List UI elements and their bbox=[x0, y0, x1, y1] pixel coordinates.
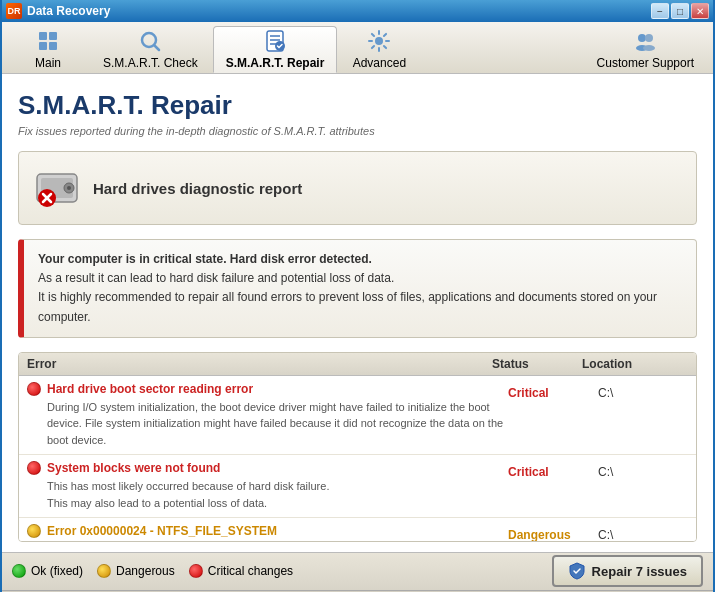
legend-label-critical: Critical changes bbox=[208, 564, 293, 578]
error-title-row-2: System blocks were not found bbox=[27, 461, 508, 475]
legend-critical: Critical changes bbox=[189, 564, 293, 578]
dot-critical-2 bbox=[27, 461, 41, 475]
svg-rect-3 bbox=[49, 42, 57, 50]
header-location: Location bbox=[582, 357, 672, 371]
error-location-1: C:\ bbox=[598, 382, 688, 449]
smart-check-icon bbox=[138, 29, 162, 53]
repair-button-label: Repair 7 issues bbox=[592, 564, 687, 579]
toolbar-smart-repair[interactable]: S.M.A.R.T. Repair bbox=[213, 26, 338, 73]
warning-box: Your computer is in critical state. Hard… bbox=[18, 239, 697, 338]
error-title-row-1: Hard drive boot sector reading error bbox=[27, 382, 508, 396]
svg-rect-0 bbox=[39, 32, 47, 40]
svg-point-19 bbox=[67, 186, 71, 190]
error-status-3: Dangerous bbox=[508, 524, 598, 541]
page-subtitle: Fix issues reported during the in-depth … bbox=[18, 125, 697, 137]
page-title: S.M.A.R.T. Repair bbox=[18, 90, 697, 121]
diagnostic-box: Hard drives diagnostic report bbox=[18, 151, 697, 225]
dot-critical-1 bbox=[27, 382, 41, 396]
smart-repair-icon bbox=[263, 29, 287, 53]
toolbar-main[interactable]: Main bbox=[8, 26, 88, 73]
dot-dangerous-3 bbox=[27, 524, 41, 538]
table-row: Hard drive boot sector reading error Dur… bbox=[19, 376, 696, 456]
advanced-label: Advanced bbox=[353, 56, 406, 70]
svg-point-11 bbox=[375, 37, 383, 45]
header-error: Error bbox=[27, 357, 492, 371]
footer-bar: Ok (fixed) Dangerous Critical changes Re… bbox=[2, 552, 713, 590]
maximize-button[interactable]: □ bbox=[671, 3, 689, 19]
main-label: Main bbox=[35, 56, 61, 70]
legend: Ok (fixed) Dangerous Critical changes bbox=[12, 564, 293, 578]
error-location-2: C:\ bbox=[598, 461, 688, 511]
diagnostic-icon bbox=[33, 164, 81, 212]
toolbar-smart-check[interactable]: S.M.A.R.T. Check bbox=[90, 26, 211, 73]
error-status-1: Critical bbox=[508, 382, 598, 449]
svg-line-5 bbox=[155, 46, 160, 51]
legend-dangerous: Dangerous bbox=[97, 564, 175, 578]
warning-line3: It is highly recommended to repair all f… bbox=[38, 288, 682, 326]
svg-rect-2 bbox=[39, 42, 47, 50]
support-label: Customer Support bbox=[597, 56, 694, 70]
table-row: System blocks were not found This has mo… bbox=[19, 455, 696, 518]
app-icon: DR bbox=[6, 3, 22, 19]
toolbar-support[interactable]: Customer Support bbox=[584, 26, 707, 73]
smart-repair-label: S.M.A.R.T. Repair bbox=[226, 56, 325, 70]
warning-line2: As a result it can lead to hard disk fai… bbox=[38, 269, 682, 288]
warning-line1: Your computer is in critical state. Hard… bbox=[38, 250, 682, 269]
title-bar: DR Data Recovery − □ ✕ bbox=[2, 0, 713, 22]
legend-ok: Ok (fixed) bbox=[12, 564, 83, 578]
legend-dot-ok bbox=[12, 564, 26, 578]
smart-check-label: S.M.A.R.T. Check bbox=[103, 56, 198, 70]
window-controls: − □ ✕ bbox=[651, 3, 709, 19]
error-title-row-3: Error 0x00000024 - NTFS_FILE_SYSTEM bbox=[27, 524, 508, 538]
error-name-2: System blocks were not found bbox=[47, 461, 220, 475]
table-row: Error 0x00000024 - NTFS_FILE_SYSTEM Dang… bbox=[19, 518, 696, 541]
toolbar-advanced[interactable]: Advanced bbox=[339, 26, 419, 73]
errors-body[interactable]: Hard drive boot sector reading error Dur… bbox=[19, 376, 696, 541]
error-name-3: Error 0x00000024 - NTFS_FILE_SYSTEM bbox=[47, 524, 277, 538]
minimize-button[interactable]: − bbox=[651, 3, 669, 19]
svg-point-15 bbox=[643, 45, 655, 51]
header-status: Status bbox=[492, 357, 582, 371]
support-icon bbox=[633, 29, 657, 53]
error-main-2: System blocks were not found This has mo… bbox=[27, 461, 508, 511]
svg-point-13 bbox=[645, 34, 653, 42]
window-title: Data Recovery bbox=[27, 4, 110, 18]
diagnostic-title: Hard drives diagnostic report bbox=[93, 180, 302, 197]
error-location-3: C:\ bbox=[598, 524, 688, 541]
error-main-3: Error 0x00000024 - NTFS_FILE_SYSTEM bbox=[27, 524, 508, 541]
legend-label-dangerous: Dangerous bbox=[116, 564, 175, 578]
svg-point-12 bbox=[638, 34, 646, 42]
error-name-1: Hard drive boot sector reading error bbox=[47, 382, 253, 396]
table-header: Error Status Location bbox=[19, 353, 696, 376]
close-button[interactable]: ✕ bbox=[691, 3, 709, 19]
toolbar: Main S.M.A.R.T. Check bbox=[2, 22, 713, 74]
legend-dot-critical bbox=[189, 564, 203, 578]
errors-table: Error Status Location Hard drive boot se… bbox=[18, 352, 697, 542]
main-icon bbox=[36, 29, 60, 53]
legend-dot-dangerous bbox=[97, 564, 111, 578]
svg-rect-1 bbox=[49, 32, 57, 40]
main-content: S.M.A.R.T. Repair Fix issues reported du… bbox=[2, 74, 713, 552]
error-main-1: Hard drive boot sector reading error Dur… bbox=[27, 382, 508, 449]
error-desc-2: This has most likely occurred because of… bbox=[27, 478, 508, 511]
error-desc-1: During I/O system initialization, the bo… bbox=[27, 399, 508, 449]
repair-button[interactable]: Repair 7 issues bbox=[552, 555, 703, 587]
error-status-2: Critical bbox=[508, 461, 598, 511]
legend-label-ok: Ok (fixed) bbox=[31, 564, 83, 578]
advanced-icon bbox=[367, 29, 391, 53]
main-window: DR Data Recovery − □ ✕ Main bbox=[0, 0, 715, 592]
header-scroll-space bbox=[672, 357, 688, 371]
title-bar-left: DR Data Recovery bbox=[6, 3, 110, 19]
shield-icon bbox=[568, 562, 586, 580]
